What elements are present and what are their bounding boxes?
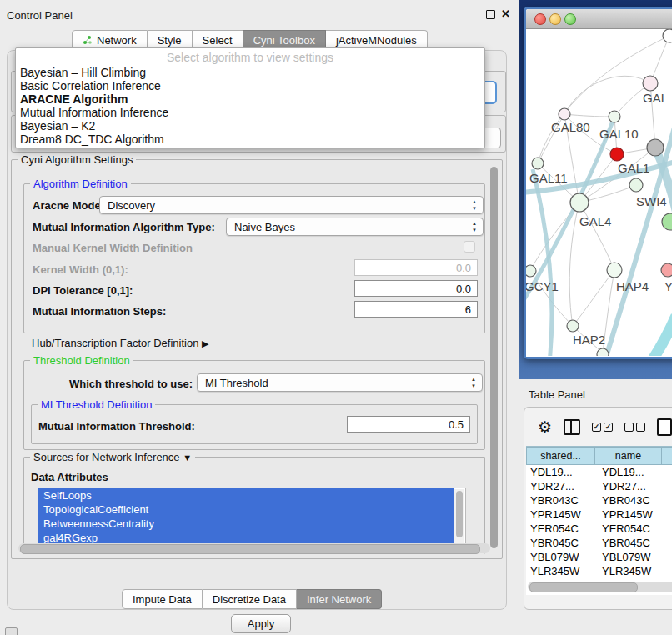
table-cell: 9. [668, 564, 672, 578]
minimize-window-icon[interactable] [549, 13, 561, 25]
manual-kernel-checkbox[interactable] [464, 241, 475, 252]
settings-vertical-scrollbar[interactable] [490, 167, 498, 548]
network-graph: GALGAL80GAL10GAL1GAL11SWI4GAL4GCY1HAP4YH… [526, 29, 672, 356]
tab-label: Infer Network [307, 593, 371, 606]
kernel-width-label: Kernel Width (0,1): [33, 263, 128, 276]
bottom-tab-bar: Impute DataDiscretize DataInfer Network [122, 589, 382, 609]
table-cell: YLR345W [526, 564, 598, 578]
gear-icon[interactable]: ⚙ [538, 419, 552, 435]
export-table-icon[interactable] [657, 418, 672, 436]
sources-group: Sources for Network Inference ▼ Data Att… [23, 457, 485, 554]
tab-infer-network[interactable]: Infer Network [297, 589, 382, 609]
hide-columns-icon[interactable] [624, 422, 645, 432]
table-cell: YPR145W [526, 508, 598, 522]
svg-text:GAL10: GAL10 [599, 127, 639, 141]
kernel-width-field[interactable]: 0.0 [354, 259, 478, 276]
table-cell: YBR043C [598, 493, 668, 508]
table-panel-title: Table Panel [529, 388, 585, 401]
list-vertical-scrollbar[interactable] [454, 489, 464, 548]
table-cell: YIL053C [526, 578, 598, 579]
table-horizontal-scrollbar[interactable] [528, 582, 672, 592]
data-attributes-label: Data Attributes [31, 471, 108, 483]
column-header[interactable]: name [595, 447, 662, 465]
table-row[interactable]: YBR045CYBR045C9. [526, 536, 672, 550]
sources-group-title: Sources for Network Inference ▼ [30, 451, 195, 463]
close-window-icon[interactable] [534, 13, 546, 25]
window-titlebar[interactable] [526, 9, 672, 29]
dropdown-item[interactable]: Basic Correlation Inference [16, 79, 484, 92]
table-cell: YDR27... [598, 479, 668, 493]
mi-type-value: Naive Bayes [234, 221, 295, 233]
zoom-window-icon[interactable] [564, 13, 576, 25]
table-cell [668, 550, 672, 564]
table-cell: 12 [668, 479, 672, 493]
sources-title-text: Sources for Network Inference [33, 451, 180, 463]
column-header[interactable]: A [662, 447, 672, 465]
table-header-row[interactable]: shared...nameA [526, 447, 672, 465]
table-cell: YDR27... [526, 479, 598, 493]
cyni-algorithm-settings-group: Cyni Algorithm Settings Algorithm Defini… [11, 159, 503, 559]
table-row[interactable]: YLR345WYLR345W9. [526, 564, 672, 578]
tab-label: Impute Data [133, 593, 192, 606]
table-row[interactable]: YER054CYER054C8. [526, 522, 672, 536]
which-threshold-combobox[interactable]: MI Threshold ▲▼ [197, 373, 483, 392]
mi-threshold-definition-group: MI Threshold Definition Mutual Informati… [31, 404, 478, 444]
tab-label: Discretize Data [213, 593, 286, 606]
table-cell: YBL079W [526, 550, 598, 564]
mi-steps-field[interactable]: 6 [354, 301, 478, 318]
dpi-tolerance-field[interactable]: 0.0 [354, 280, 478, 297]
dpi-tolerance-label: DPI Tolerance [0,1]: [33, 284, 133, 297]
tab-impute-data[interactable]: Impute Data [122, 589, 203, 609]
apply-button[interactable]: Apply [231, 614, 291, 633]
hub-definition-label: Hub/Transcription Factor Definition [32, 337, 198, 349]
minimized-panel-icon[interactable] [5, 628, 18, 635]
mi-type-combobox[interactable]: Naive Bayes ▲▼ [226, 218, 484, 236]
mi-steps-label: Mutual Information Steps: [33, 305, 166, 318]
tab-label: Style [158, 34, 182, 47]
table-row[interactable]: YIL053CYIL053C9 [526, 578, 672, 579]
network-view-window[interactable]: GALGAL80GAL10GAL1GAL11SWI4GAL4GCY1HAP4YH… [524, 7, 672, 359]
settings-horizontal-scrollbar[interactable] [18, 543, 490, 553]
table-row[interactable]: YDR27...YDR27...12 [526, 479, 672, 493]
table-row[interactable]: YDL19...YDL19...13 [526, 465, 672, 479]
expander-down-arrow-icon[interactable]: ▼ [183, 452, 192, 462]
svg-text:Y: Y [664, 279, 672, 293]
dropdown-item[interactable]: ARACNE Algorithm [16, 92, 484, 106]
columns-icon[interactable] [564, 419, 580, 435]
dropdown-item[interactable]: Bayesian – K2 [16, 119, 484, 132]
dropdown-items: Bayesian – Hill ClimbingBasic Correlatio… [16, 66, 484, 146]
show-columns-icon[interactable]: ✓✓ [592, 422, 613, 432]
table-cell: YPR145W [598, 508, 668, 522]
node-table[interactable]: shared...nameA YDL19...YDL19...13YDR27..… [526, 446, 672, 595]
table-panel: Table Panel ⚙ ✓✓ shared...nameA YDL19...… [514, 379, 672, 635]
control-panel-title: Control Panel [7, 9, 73, 22]
dropdown-item[interactable]: Mutual Information Inference [16, 106, 484, 119]
network-canvas[interactable]: GALGAL80GAL10GAL1GAL11SWI4GAL4GCY1HAP4YH… [526, 29, 672, 357]
data-attribute-item[interactable]: TopologicalCoefficient [38, 502, 454, 517]
data-attributes-list[interactable]: SelfLoopsTopologicalCoefficientBetweenne… [38, 488, 466, 549]
table-row[interactable]: YPR145WYPR145W9. [526, 508, 672, 522]
hub-definition-expander[interactable]: Hub/Transcription Factor Definition ▶ [32, 337, 208, 349]
algorithm-dropdown-popup: Select algorithm to view settings Bayesi… [15, 48, 485, 148]
close-panel-icon[interactable]: ✕ [501, 8, 510, 20]
column-header[interactable]: shared... [526, 447, 595, 465]
table-cell: 13 [668, 465, 672, 479]
tab-label: Network [97, 34, 137, 47]
data-attribute-item[interactable]: SelfLoops [38, 488, 454, 502]
dropdown-item[interactable]: Dream8 DC_TDC Algorithm [16, 132, 484, 146]
tab-discretize-data[interactable]: Discretize Data [203, 589, 297, 609]
dropdown-item[interactable]: Bayesian – Hill Climbing [16, 66, 484, 79]
mi-threshold-definition-title: MI Threshold Definition [38, 398, 155, 411]
mi-threshold-field[interactable]: 0.5 [347, 416, 470, 432]
stepper-arrows-icon: ▲▼ [472, 220, 477, 233]
stepper-arrows-icon: ▲▼ [471, 376, 476, 389]
data-attribute-item[interactable]: BetweennessCentrality [38, 517, 454, 531]
aracne-mode-combobox[interactable]: Discovery ▲▼ [99, 196, 484, 214]
mi-type-label: Mutual Information Algorithm Type: [33, 221, 215, 233]
float-panel-icon[interactable] [486, 10, 495, 19]
svg-text:HAP2: HAP2 [573, 332, 605, 347]
table-cell: YER054C [526, 522, 598, 536]
table-row[interactable]: YBR043CYBR043C [526, 493, 672, 508]
table-row[interactable]: YBL079WYBL079W [526, 550, 672, 564]
tab-label: Select [203, 34, 233, 47]
